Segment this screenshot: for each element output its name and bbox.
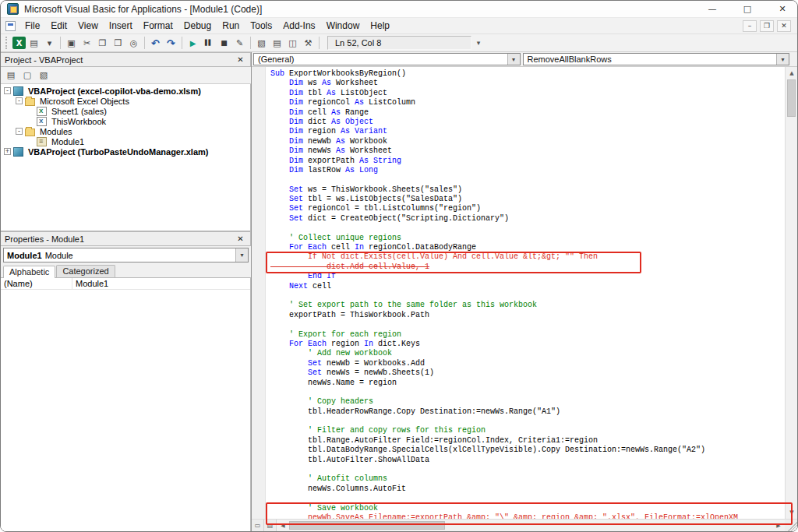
- code-line: Dim ws As Worksheet: [270, 79, 785, 88]
- properties-object-name: Module1: [7, 251, 42, 260]
- insert-userform-dropdown-button[interactable]: ▾: [42, 36, 57, 51]
- view-microsoft-excel-button[interactable]: X: [12, 37, 26, 49]
- chevron-down-icon[interactable]: ▾: [776, 54, 789, 65]
- procedure-view-button[interactable]: ▭: [252, 520, 264, 531]
- chevron-down-icon[interactable]: ▾: [507, 54, 520, 65]
- close-button[interactable]: ✕: [768, 1, 797, 18]
- menu-tools[interactable]: Tools: [245, 19, 277, 33]
- tree-indent: [27, 118, 34, 125]
- resize-grip[interactable]: [785, 520, 797, 531]
- tree-item[interactable]: +VBAProject (TurboPasteUndoManager.xlam): [1, 146, 250, 157]
- tree-item[interactable]: ThisWorkbook: [1, 116, 250, 126]
- copy-button[interactable]: ❐: [95, 36, 110, 51]
- code-line: dict.Add cell.Value, 1: [270, 262, 785, 272]
- code-line: Dim region As Variant: [270, 127, 785, 136]
- scroll-left-icon[interactable]: ◀: [277, 520, 289, 532]
- window-title: Microsoft Visual Basic for Applications …: [24, 4, 262, 15]
- horizontal-scrollbar[interactable]: ▭ ▤ ◀ ▶: [252, 519, 797, 531]
- project-panel-close-icon[interactable]: ✕: [235, 55, 246, 65]
- maximize-button[interactable]: □: [733, 1, 762, 18]
- procedure-dropdown[interactable]: RemoveAllBlankRows ▾: [523, 53, 790, 65]
- properties-panel: Properties - Module1 ✕ Module1 Module ▾ …: [1, 231, 251, 531]
- scroll-up-icon[interactable]: ▲: [786, 67, 798, 79]
- menu-view[interactable]: View: [72, 19, 104, 33]
- toolbox-button[interactable]: ⚒: [301, 36, 316, 51]
- full-module-view-button[interactable]: ▤: [264, 520, 277, 531]
- tree-item[interactable]: -Microsoft Excel Objects: [1, 96, 250, 106]
- project-explorer-button[interactable]: ▧: [254, 36, 269, 51]
- tree-item[interactable]: -Modules: [1, 126, 250, 136]
- toggle-folders-button[interactable]: ▧: [37, 69, 51, 82]
- toolbar-options-icon[interactable]: ▾: [472, 36, 485, 51]
- find-button[interactable]: ◎: [126, 36, 141, 51]
- code-line: Next cell: [270, 282, 785, 291]
- horizontal-scroll-thumb[interactable]: [289, 521, 445, 530]
- tab-alphabetic[interactable]: Alphabetic: [3, 266, 55, 278]
- vertical-scroll-thumb[interactable]: [787, 79, 796, 117]
- paste-button[interactable]: ❒: [111, 36, 125, 51]
- vba-app-icon: [7, 3, 19, 15]
- margin-indicator-bar[interactable]: [252, 67, 266, 519]
- code-line: [270, 224, 785, 233]
- mdi-window-controls: – ❐ ✕: [743, 20, 797, 32]
- menu-file[interactable]: File: [19, 19, 45, 33]
- tree-item[interactable]: Module1: [1, 136, 250, 146]
- code-line: tbl.HeaderRowRange.Copy Destination:=new…: [270, 407, 785, 417]
- code-line: Set tbl = ws.ListObjects("SalesData"): [270, 195, 785, 204]
- menu-add-ins[interactable]: Add-Ins: [277, 19, 320, 33]
- expand-icon[interactable]: +: [4, 148, 11, 155]
- insert-userform-button[interactable]: ▤: [26, 36, 41, 51]
- sheet-icon: [37, 107, 47, 116]
- code-editor[interactable]: Sub ExportWorkbooksByRegion() Dim ws As …: [266, 67, 785, 519]
- object-browser-button[interactable]: ◫: [285, 36, 300, 51]
- view-object-button[interactable]: ▢: [20, 69, 34, 82]
- undo-button[interactable]: ↶: [148, 36, 163, 51]
- object-dropdown[interactable]: (General) ▾: [253, 53, 521, 65]
- cut-button[interactable]: ✂: [79, 36, 94, 51]
- horizontal-scroll-track[interactable]: [445, 520, 772, 531]
- property-name: (Name): [1, 278, 72, 289]
- mdi-close-button[interactable]: ✕: [777, 20, 791, 32]
- break-button[interactable]: ▌▌: [201, 36, 216, 51]
- collapse-icon[interactable]: -: [16, 128, 23, 135]
- scroll-down-icon[interactable]: ▼: [786, 506, 798, 519]
- collapse-icon[interactable]: -: [16, 97, 23, 104]
- collapse-icon[interactable]: -: [4, 87, 11, 94]
- project-panel-toolbar: ▤▢▧: [1, 67, 251, 84]
- module-icon: [37, 137, 47, 146]
- menu-help[interactable]: Help: [365, 19, 395, 33]
- properties-window-button[interactable]: ▤: [270, 36, 284, 51]
- tree-item[interactable]: -VBAProject (excel-copilot-vba-demo.xlsm…: [1, 86, 250, 96]
- code-line: tbl.AutoFilter.ShowAllData: [270, 456, 785, 465]
- design-mode-button[interactable]: ✎: [232, 36, 247, 51]
- property-row[interactable]: (Name)Module1: [1, 278, 250, 290]
- vertical-scroll-track[interactable]: [786, 117, 797, 506]
- menu-format[interactable]: Format: [138, 19, 178, 33]
- reset-button[interactable]: ■: [217, 36, 231, 51]
- menu-insert[interactable]: Insert: [104, 19, 138, 33]
- toolbar-grip[interactable]: [5, 37, 9, 49]
- standard-toolbar: X▤▾▣✂❐❒◎↶↷▶▌▌■✎▧▤◫⚒ Ln 52, Col 8 ▾: [1, 34, 797, 52]
- properties-panel-close-icon[interactable]: ✕: [235, 234, 246, 244]
- tree-item[interactable]: Sheet1 (sales): [1, 106, 250, 116]
- menu-run[interactable]: Run: [217, 19, 245, 33]
- menu-debug[interactable]: Debug: [178, 19, 217, 33]
- menu-window[interactable]: Window: [321, 19, 365, 33]
- properties-object-dropdown[interactable]: Module1 Module ▾: [3, 248, 249, 262]
- code-line: ' Add new workbook: [270, 349, 785, 358]
- property-value[interactable]: Module1: [72, 279, 250, 288]
- run-sub-button[interactable]: ▶: [185, 36, 200, 51]
- mdi-minimize-button[interactable]: –: [743, 20, 757, 32]
- view-code-button[interactable]: ▤: [4, 69, 18, 82]
- code-line: newWs.Name = region: [270, 379, 785, 388]
- chevron-down-icon[interactable]: ▾: [235, 248, 248, 262]
- save-button[interactable]: ▣: [64, 36, 79, 51]
- menu-edit[interactable]: Edit: [45, 19, 72, 33]
- scroll-right-icon[interactable]: ▶: [772, 520, 785, 532]
- mdi-restore-button[interactable]: ❐: [760, 20, 774, 32]
- project-explorer-panel: Project - VBAProject ✕ ▤▢▧ -VBAProject (…: [1, 52, 251, 231]
- vertical-scrollbar[interactable]: ▲ ▼: [785, 67, 797, 519]
- redo-button[interactable]: ↷: [164, 36, 178, 51]
- tab-categorized[interactable]: Categorized: [56, 265, 115, 277]
- minimize-button[interactable]: —: [697, 1, 727, 18]
